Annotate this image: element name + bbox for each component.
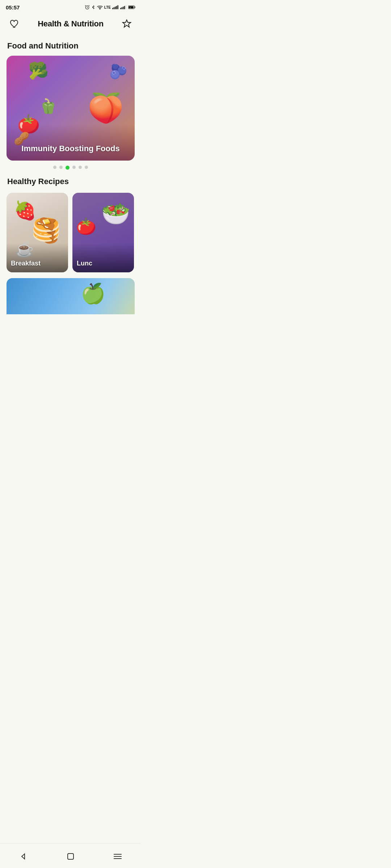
svg-rect-8 (122, 7, 122, 9)
svg-rect-13 (135, 7, 135, 8)
dot-2[interactable] (59, 166, 63, 169)
dot-4[interactable] (72, 166, 76, 169)
favorite-button[interactable] (7, 17, 22, 31)
svg-rect-10 (124, 6, 125, 9)
svg-point-1 (100, 9, 100, 9)
bottom-partial-bg: 🍏 (7, 278, 135, 314)
battery-icon: + (128, 5, 135, 9)
heart-icon (10, 20, 19, 28)
star-button[interactable] (119, 17, 134, 31)
dot-3-active[interactable] (66, 166, 70, 170)
svg-rect-11 (125, 5, 126, 9)
carousel-dots (0, 161, 141, 172)
recipes-grid: 🍓 🥞 ☕ Breakfast 🥗 🍅 Lunc (0, 191, 141, 277)
bluetooth-icon (91, 5, 96, 10)
svg-text:+: + (130, 7, 131, 9)
breakfast-overlay (7, 243, 68, 272)
network-label: LTE (104, 5, 111, 9)
svg-rect-14 (129, 6, 134, 8)
status-icons: LTE + (85, 5, 135, 10)
signal2-icon (120, 5, 127, 9)
svg-rect-3 (114, 7, 114, 9)
lunch-overlay (72, 243, 134, 272)
status-time: 05:57 (6, 4, 20, 10)
broccoli-icon: 🥦 (28, 61, 49, 80)
svg-marker-16 (123, 20, 131, 27)
carousel-slide[interactable]: 🥦 🫐 🍑 🍅 🥜 🫑 Immunity Boosting Foods (7, 56, 135, 161)
star-icon (122, 19, 131, 29)
recipe-card-lunch[interactable]: 🥗 🍅 Lunc (72, 193, 134, 272)
svg-rect-9 (123, 7, 123, 9)
svg-rect-6 (117, 5, 118, 9)
pancakes-icon: 🥞 (31, 217, 61, 244)
signal-icon (112, 5, 119, 9)
pepper-icon: 🫑 (39, 98, 57, 115)
berries-icon: 🫐 (109, 63, 127, 80)
salad-icon: 🥗 (101, 200, 130, 227)
dot-6[interactable] (85, 166, 88, 169)
healthy-recipes-title: Healthy Recipes (0, 172, 141, 191)
apple-icon: 🍏 (81, 282, 106, 305)
carousel[interactable]: 🥦 🫐 🍑 🍅 🥜 🫑 Immunity Boosting Foods (0, 56, 141, 161)
carousel-gradient-overlay (7, 124, 135, 161)
healthy-recipes-section: Healthy Recipes 🍓 🥞 ☕ Breakfast 🥗 🍅 Lunc (0, 172, 141, 314)
carousel-label: Immunity Boosting Foods (7, 144, 135, 153)
page-title: Health & Nutrition (38, 19, 104, 29)
svg-rect-4 (115, 7, 115, 9)
dot-5[interactable] (79, 166, 82, 169)
breakfast-label: Breakfast (11, 260, 41, 267)
header: Health & Nutrition (0, 13, 141, 36)
recipe-card-breakfast[interactable]: 🍓 🥞 ☕ Breakfast (7, 193, 68, 272)
food-nutrition-title: Food and Nutrition (0, 36, 141, 56)
svg-rect-2 (112, 8, 113, 9)
lunch-label: Lunc (77, 260, 92, 267)
wifi-icon (97, 5, 103, 9)
bottom-partial-card[interactable]: 🍏 (7, 278, 135, 314)
status-bar: 05:57 LTE (0, 0, 141, 13)
svg-rect-5 (116, 6, 117, 9)
tomato-slice-icon: 🍅 (76, 217, 96, 236)
food-nutrition-section: Food and Nutrition 🥦 🫐 🍑 🍅 🥜 🫑 Immunity … (0, 36, 141, 172)
papaya-icon: 🍑 (88, 91, 124, 125)
dot-1[interactable] (53, 166, 56, 169)
svg-rect-7 (120, 8, 121, 9)
alarm-icon (85, 5, 90, 10)
